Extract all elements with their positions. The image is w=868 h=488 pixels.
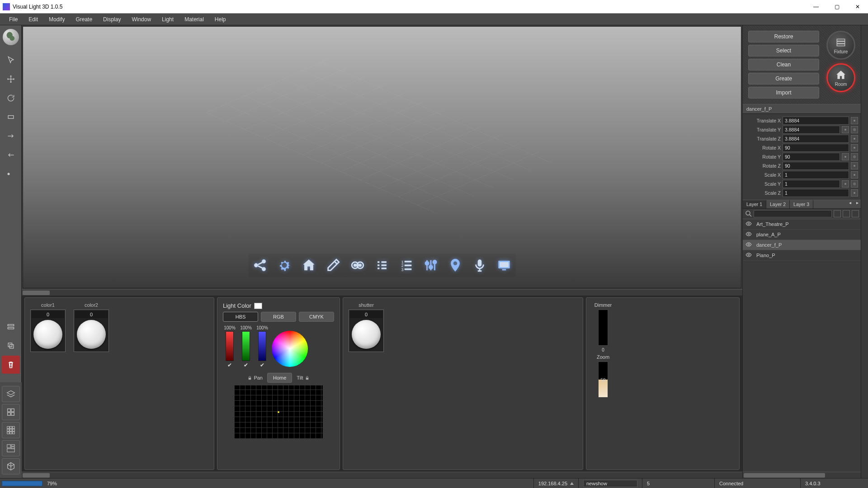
cube-view-icon[interactable] (2, 458, 20, 474)
keyframe-icon[interactable] (851, 135, 858, 142)
color2-swatch[interactable]: color2 0 (74, 302, 109, 352)
film-icon[interactable] (348, 255, 368, 275)
layers-prev-icon[interactable]: ◂ (846, 200, 854, 208)
home-icon[interactable] (299, 255, 319, 275)
keyframe-icon[interactable] (851, 144, 858, 151)
outliner-scrollbar[interactable] (743, 472, 861, 478)
target-icon[interactable] (851, 153, 858, 160)
sliders-icon[interactable] (421, 255, 441, 275)
keyframe-icon[interactable] (842, 126, 849, 133)
menu-display[interactable]: Display (98, 14, 126, 24)
search-input[interactable] (754, 210, 832, 217)
layers-next-icon[interactable]: ▸ (854, 200, 861, 208)
prop-value[interactable]: 3.8884 (783, 126, 840, 134)
gear-icon[interactable] (274, 255, 294, 275)
list-icon[interactable] (372, 255, 392, 275)
outliner-item[interactable]: plane_A_P (743, 230, 861, 240)
location-pin-icon[interactable] (445, 255, 465, 275)
keyframe-icon[interactable] (842, 153, 849, 160)
copy-tool[interactable] (2, 337, 20, 355)
move-tool[interactable] (2, 70, 20, 88)
maximize-button[interactable]: ▢ (826, 0, 847, 14)
prop-value[interactable]: 90 (783, 153, 840, 161)
clean-button[interactable]: Clean (748, 59, 819, 70)
keyframe-icon[interactable] (842, 180, 849, 188)
rotate-tool[interactable] (2, 89, 20, 107)
tab-hbs[interactable]: HBS (223, 312, 258, 322)
blue-slider[interactable]: 100%✔ (255, 325, 269, 368)
room-mode-button[interactable]: Room (826, 63, 855, 92)
numbered-list-icon[interactable]: 123 (396, 255, 416, 275)
select-tool[interactable] (2, 51, 20, 69)
target-icon[interactable] (851, 180, 858, 188)
greate-button[interactable]: Greate (748, 73, 819, 84)
red-slider[interactable]: 100%✔ (223, 325, 236, 368)
outliner-item[interactable]: dancer_f_P (743, 240, 861, 250)
point-tool[interactable] (2, 165, 20, 183)
green-slider[interactable]: 100%✔ (239, 325, 253, 368)
import-button[interactable]: Import (748, 87, 819, 99)
menu-window[interactable]: Window (126, 14, 156, 24)
visibility-eye-icon[interactable] (745, 221, 753, 228)
prop-value[interactable]: 90 (783, 162, 849, 170)
outliner-item[interactable]: Piano_P (743, 250, 861, 261)
delete-tool[interactable] (2, 356, 20, 374)
layers-view-icon[interactable] (2, 386, 20, 402)
prop-value[interactable]: 90 (783, 144, 849, 152)
prop-value[interactable]: 3.8884 (783, 117, 849, 125)
arrow-left-tool[interactable] (2, 146, 20, 164)
minimize-button[interactable]: — (806, 0, 826, 14)
visibility-eye-icon[interactable] (745, 231, 753, 238)
dimmer-slider[interactable] (598, 310, 608, 346)
prop-value[interactable]: 1 (783, 180, 840, 188)
search-opt3-icon[interactable] (852, 210, 859, 217)
tab-rgb[interactable]: RGB (261, 312, 296, 322)
color-wheel[interactable] (272, 331, 308, 367)
keyframe-icon[interactable] (851, 171, 858, 178)
layer-3-tab[interactable]: Layer 3 (790, 200, 813, 208)
fixture-mode-button[interactable]: Fixture (826, 31, 855, 60)
menu-file[interactable]: File (4, 14, 23, 24)
search-opt1-icon[interactable] (834, 210, 841, 217)
share-icon[interactable] (250, 255, 270, 275)
visibility-eye-icon[interactable] (745, 241, 753, 249)
keyframe-icon[interactable] (851, 162, 858, 169)
target-icon[interactable] (851, 126, 858, 133)
eyedropper-icon[interactable] (323, 255, 343, 275)
grid-3x3-icon[interactable] (2, 422, 20, 438)
menu-greate[interactable]: Greate (70, 14, 98, 24)
menu-material[interactable]: Material (179, 14, 209, 24)
select-button[interactable]: Select (748, 45, 819, 56)
home-button[interactable]: Home (267, 373, 292, 383)
scale-tool[interactable] (2, 108, 20, 126)
prop-value[interactable]: 1 (783, 189, 849, 197)
layer-1-tab[interactable]: Layer 1 (743, 200, 766, 208)
layer-2-tab[interactable]: Layer 2 (766, 200, 790, 208)
search-icon[interactable] (745, 210, 753, 218)
arrow-right-tool[interactable] (2, 127, 20, 145)
prop-value[interactable]: 3.8884 (783, 135, 849, 143)
pan-tilt-grid[interactable] (234, 385, 323, 439)
show-name-input[interactable] (583, 480, 637, 487)
globe-icon[interactable] (3, 29, 19, 45)
menu-modify[interactable]: Modify (43, 14, 70, 24)
color1-swatch[interactable]: color1 0 (30, 302, 66, 352)
visibility-eye-icon[interactable] (745, 252, 753, 259)
shutter-swatch[interactable]: shutter 0 (349, 302, 384, 352)
keyframe-icon[interactable] (851, 189, 858, 197)
screen-icon[interactable] (494, 255, 514, 275)
keyframe-icon[interactable] (851, 117, 858, 124)
grid-2x2-icon[interactable] (2, 404, 20, 420)
menu-light[interactable]: Light (156, 14, 179, 24)
panels-scrollbar[interactable] (22, 472, 742, 478)
mic-icon[interactable] (470, 255, 490, 275)
status-ip[interactable]: 192.168.4.25 (533, 479, 578, 488)
prop-value[interactable]: 1 (783, 171, 849, 179)
close-button[interactable]: ✕ (847, 0, 868, 14)
menu-help[interactable]: Help (209, 14, 231, 24)
viewport-scrollbar[interactable] (22, 289, 742, 296)
3d-viewport[interactable]: 123 (23, 26, 741, 288)
layer-tool[interactable] (2, 318, 20, 336)
restore-button[interactable]: Restore (748, 31, 819, 42)
tab-cmyk[interactable]: CMYK (299, 312, 334, 322)
